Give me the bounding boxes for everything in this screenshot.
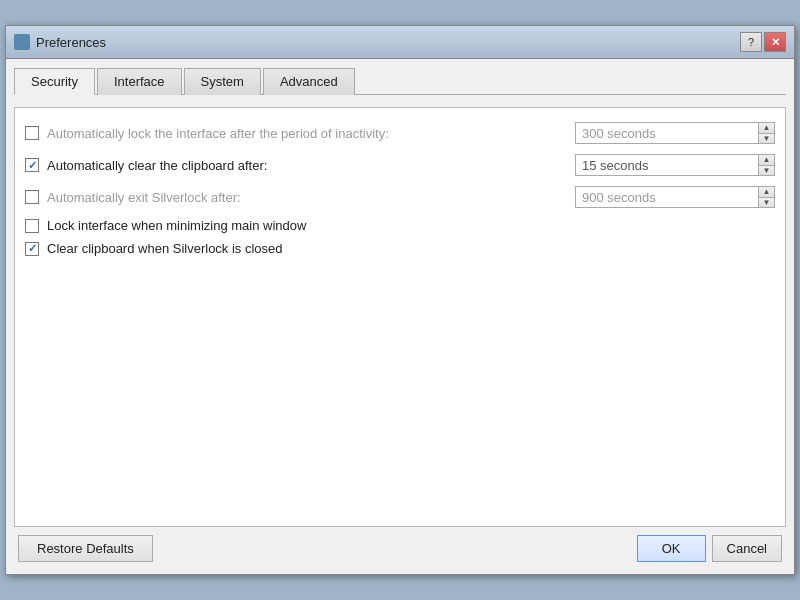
auto-exit-checkbox[interactable] [25, 190, 39, 204]
preferences-icon [14, 34, 30, 50]
dialog-content: Security Interface System Advanced Autom… [6, 59, 794, 574]
auto-lock-row: Automatically lock the interface after t… [25, 122, 775, 144]
auto-exit-label: Automatically exit Silverlock after: [47, 190, 567, 205]
auto-lock-decrement[interactable]: ▼ [759, 134, 774, 144]
auto-exit-row: Automatically exit Silverlock after: ▲ ▼ [25, 186, 775, 208]
titlebar: Preferences ? ✕ [6, 26, 794, 59]
auto-exit-increment[interactable]: ▲ [759, 187, 774, 198]
cancel-button[interactable]: Cancel [712, 535, 782, 562]
auto-lock-spinbox: ▲ ▼ [575, 122, 775, 144]
restore-defaults-button[interactable]: Restore Defaults [18, 535, 153, 562]
tab-system[interactable]: System [184, 68, 261, 95]
auto-clear-clipboard-row: Automatically clear the clipboard after:… [25, 154, 775, 176]
auto-exit-decrement[interactable]: ▼ [759, 198, 774, 208]
auto-exit-spinbox: ▲ ▼ [575, 186, 775, 208]
auto-clear-clipboard-label: Automatically clear the clipboard after: [47, 158, 567, 173]
lock-on-minimize-label: Lock interface when minimizing main wind… [47, 218, 775, 233]
lock-on-minimize-checkbox[interactable] [25, 219, 39, 233]
titlebar-buttons: ? ✕ [740, 32, 786, 52]
tab-advanced[interactable]: Advanced [263, 68, 355, 95]
auto-exit-spinbox-btns: ▲ ▼ [758, 187, 774, 207]
bottom-bar: Restore Defaults OK Cancel [14, 527, 786, 566]
clear-on-close-row: Clear clipboard when Silverlock is close… [25, 241, 775, 256]
tab-security[interactable]: Security [14, 68, 95, 95]
close-button[interactable]: ✕ [764, 32, 786, 52]
auto-lock-label: Automatically lock the interface after t… [47, 126, 567, 141]
auto-clear-clipboard-decrement[interactable]: ▼ [759, 166, 774, 176]
auto-clear-clipboard-spinbox-btns: ▲ ▼ [758, 155, 774, 175]
ok-button[interactable]: OK [637, 535, 706, 562]
auto-clear-clipboard-input[interactable] [576, 155, 758, 175]
clear-on-close-label: Clear clipboard when Silverlock is close… [47, 241, 775, 256]
auto-lock-checkbox[interactable] [25, 126, 39, 140]
titlebar-left: Preferences [14, 34, 106, 50]
preferences-window: Preferences ? ✕ Security Interface Syste… [5, 25, 795, 575]
lock-on-minimize-row: Lock interface when minimizing main wind… [25, 218, 775, 233]
dialog-buttons: OK Cancel [637, 535, 782, 562]
window-title: Preferences [36, 35, 106, 50]
auto-exit-input[interactable] [576, 187, 758, 207]
tab-interface[interactable]: Interface [97, 68, 182, 95]
auto-lock-increment[interactable]: ▲ [759, 123, 774, 134]
help-button[interactable]: ? [740, 32, 762, 52]
clear-on-close-checkbox[interactable] [25, 242, 39, 256]
auto-clear-clipboard-spinbox: ▲ ▼ [575, 154, 775, 176]
tab-bar: Security Interface System Advanced [14, 67, 786, 95]
auto-clear-clipboard-increment[interactable]: ▲ [759, 155, 774, 166]
auto-clear-clipboard-checkbox[interactable] [25, 158, 39, 172]
auto-lock-spinbox-btns: ▲ ▼ [758, 123, 774, 143]
settings-panel: Automatically lock the interface after t… [14, 107, 786, 527]
auto-lock-input[interactable] [576, 123, 758, 143]
